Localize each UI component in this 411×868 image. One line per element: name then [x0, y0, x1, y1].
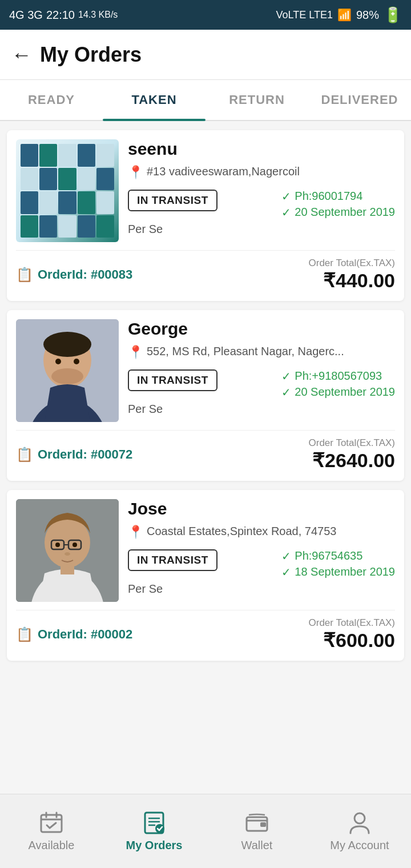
order-total: Order Total(Ex.TAX) ₹600.00: [309, 617, 395, 652]
date-meta: ✓ 20 September 2019: [281, 385, 395, 399]
back-button[interactable]: ←: [11, 43, 32, 67]
order-info: Jose 📍 Coastal Estates,Spintex Road, 747…: [128, 499, 395, 602]
location-icon: 📍: [128, 524, 143, 541]
order-total-amount: ₹440.00: [309, 269, 395, 292]
status-right: VoLTE LTE1 📶 98% 🔋: [276, 6, 402, 24]
battery-label: 98%: [356, 9, 379, 22]
tab-delivered[interactable]: DELIVERED: [308, 80, 411, 120]
order-total: Order Total(Ex.TAX) ₹2640.00: [309, 437, 395, 472]
location-icon: 📍: [128, 164, 143, 182]
order-id: 📋 OrderId: #00002: [16, 626, 132, 642]
order-id: 📋 OrderId: #00072: [16, 447, 132, 463]
nav-myaccount[interactable]: My Account: [308, 794, 411, 868]
order-id-icon: 📋: [16, 447, 33, 463]
order-total-label: Order Total(Ex.TAX): [309, 258, 395, 269]
order-address: 📍 552, MS Rd, Pleasant Nagar, Nagerc...: [128, 343, 395, 361]
order-card[interactable]: seenu 📍 #13 vadiveeswaram,Nagercoil IN T…: [7, 130, 404, 301]
check-icon-2: ✓: [281, 565, 291, 579]
order-id-icon: 📋: [16, 626, 33, 642]
order-image: [16, 319, 119, 422]
order-image: [16, 139, 119, 242]
order-info: George 📍 552, MS Rd, Pleasant Nagar, Nag…: [128, 319, 395, 422]
orders-icon: [142, 810, 167, 835]
svg-point-7: [51, 368, 83, 384]
bottom-nav: Available My Orders Wallet My Account: [0, 794, 411, 868]
time-label: 22:10: [46, 9, 75, 22]
status-badge: IN TRANSIST: [128, 549, 217, 571]
order-id-icon: 📋: [16, 267, 33, 283]
order-top: seenu 📍 #13 vadiveeswaram,Nagercoil IN T…: [16, 139, 395, 242]
customer-name: Jose: [128, 499, 395, 519]
nav-myorders-label: My Orders: [126, 839, 183, 852]
order-total: Order Total(Ex.TAX) ₹440.00: [309, 258, 395, 292]
order-card[interactable]: Jose 📍 Coastal Estates,Spintex Road, 747…: [7, 490, 404, 661]
svg-point-17: [72, 542, 77, 547]
check-icon-2: ✓: [281, 206, 291, 219]
tab-taken[interactable]: TAKEN: [103, 80, 206, 120]
order-top: George 📍 552, MS Rd, Pleasant Nagar, Nag…: [16, 319, 395, 422]
svg-rect-29: [260, 822, 266, 827]
volte-label: VoLTE LTE1: [276, 9, 333, 21]
phone-meta: ✓ Ph:96001794: [281, 190, 362, 203]
data-speed-label: 14.3 KB/s: [78, 10, 118, 20]
order-status-row: IN TRANSIST ✓ Ph:+9180567093 ✓ 20 Septem…: [128, 369, 395, 399]
tab-ready[interactable]: READY: [0, 80, 103, 120]
order-per-se: Per Se: [128, 582, 395, 596]
svg-point-16: [55, 542, 60, 547]
header: ← My Orders: [0, 30, 411, 80]
calendar-check-icon: [39, 810, 64, 835]
wallet-icon: [244, 810, 269, 835]
order-meta: ✓ Ph:96001794 ✓ 20 September 2019: [281, 190, 395, 219]
nav-wallet[interactable]: Wallet: [206, 794, 308, 868]
nav-wallet-label: Wallet: [241, 839, 273, 852]
order-footer: 📋 OrderId: #00002 Order Total(Ex.TAX) ₹6…: [16, 610, 395, 652]
order-total-label: Order Total(Ex.TAX): [309, 617, 395, 629]
page-title: My Orders: [40, 43, 142, 67]
check-icon: ✓: [281, 369, 291, 383]
order-total-label: Order Total(Ex.TAX): [309, 437, 395, 449]
order-total-amount: ₹2640.00: [309, 449, 395, 472]
phone-meta: ✓ Ph:+9180567093: [281, 369, 382, 383]
date-meta: ✓ 18 September 2019: [281, 565, 395, 579]
order-meta: ✓ Ph:+9180567093 ✓ 20 September 2019: [281, 369, 395, 399]
location-icon: 📍: [128, 344, 143, 361]
tab-return[interactable]: RETURN: [206, 80, 308, 120]
nav-available-label: Available: [29, 839, 75, 852]
svg-point-30: [354, 813, 365, 823]
order-card[interactable]: George 📍 552, MS Rd, Pleasant Nagar, Nag…: [7, 310, 404, 481]
network-label: 4G 3G: [9, 9, 43, 22]
order-id: 📋 OrderId: #00083: [16, 267, 132, 283]
check-icon: ✓: [281, 549, 291, 563]
order-status-row: IN TRANSIST ✓ Ph:96754635 ✓ 18 September…: [128, 549, 395, 579]
svg-point-5: [55, 359, 61, 364]
wifi-icon: 📶: [337, 8, 352, 22]
tabs-bar: READY TAKEN RETURN DELIVERED: [0, 80, 411, 121]
order-per-se: Per Se: [128, 403, 395, 416]
svg-point-3: [43, 332, 91, 357]
order-top: Jose 📍 Coastal Estates,Spintex Road, 747…: [16, 499, 395, 602]
order-status-row: IN TRANSIST ✓ Ph:96001794 ✓ 20 September…: [128, 190, 395, 219]
person-icon: [347, 810, 372, 835]
nav-available[interactable]: Available: [0, 794, 103, 868]
order-address: 📍 #13 vadiveeswaram,Nagercoil: [128, 163, 395, 182]
status-bar: 4G 3G 22:10 14.3 KB/s VoLTE LTE1 📶 98% 🔋: [0, 0, 411, 30]
check-icon-2: ✓: [281, 385, 291, 399]
order-footer: 📋 OrderId: #00083 Order Total(Ex.TAX) ₹4…: [16, 250, 395, 292]
status-left: 4G 3G 22:10 14.3 KB/s: [9, 9, 118, 22]
order-image: [16, 499, 119, 602]
check-icon: ✓: [281, 190, 291, 203]
order-footer: 📋 OrderId: #00072 Order Total(Ex.TAX) ₹2…: [16, 430, 395, 472]
order-info: seenu 📍 #13 vadiveeswaram,Nagercoil IN T…: [128, 139, 395, 242]
svg-rect-19: [41, 815, 62, 832]
svg-point-6: [74, 359, 79, 364]
order-meta: ✓ Ph:96754635 ✓ 18 September 2019: [281, 549, 395, 579]
customer-name: George: [128, 319, 395, 339]
status-badge: IN TRANSIST: [128, 369, 217, 391]
svg-point-18: [65, 552, 70, 556]
date-meta: ✓ 20 September 2019: [281, 206, 395, 219]
order-per-se: Per Se: [128, 223, 395, 236]
battery-icon: 🔋: [384, 6, 402, 24]
nav-myorders[interactable]: My Orders: [103, 794, 206, 868]
phone-meta: ✓ Ph:96754635: [281, 549, 362, 563]
nav-myaccount-label: My Account: [330, 839, 389, 852]
